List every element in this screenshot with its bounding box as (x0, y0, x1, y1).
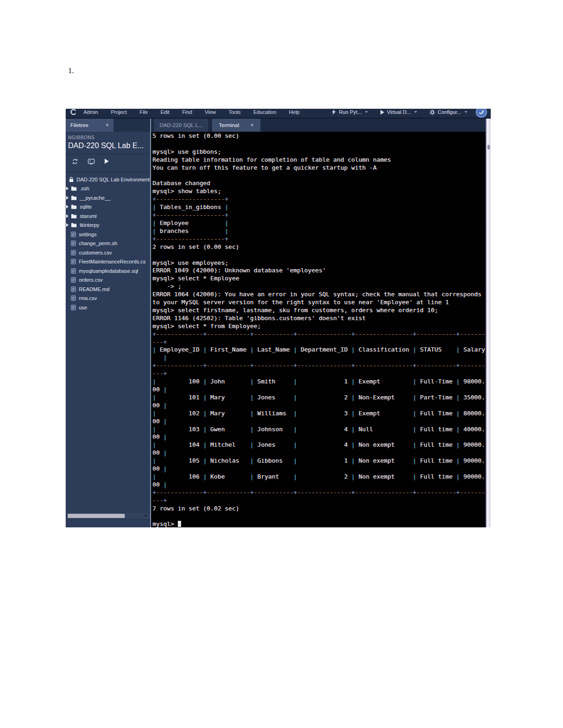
terminal-line: 00 | (152, 449, 486, 457)
terminal-line: ---+ (152, 338, 486, 346)
terminal-line: +-------------------+ (152, 211, 486, 219)
tree-file[interactable]: rma.csv (66, 294, 150, 303)
file-icon (71, 305, 76, 310)
horizontal-scrollbar[interactable] (66, 512, 150, 520)
ide-screenshot: AdminProjectFileEditFindViewToolsEducati… (66, 109, 491, 527)
virtual-desktop-button-label: Virtual D... (387, 109, 411, 115)
menu-item-file[interactable]: File (139, 109, 148, 115)
codio-logo-icon[interactable] (69, 109, 77, 116)
filetree-tab[interactable]: Filetree × (66, 119, 114, 132)
tree-file[interactable]: orders.csv (66, 276, 150, 285)
tree-label: mysqlsampledatabase.sql (79, 268, 138, 274)
avatar-button[interactable] (476, 109, 487, 118)
virtual-desktop-button[interactable]: Virtual D... (380, 109, 417, 115)
preview-icon[interactable] (88, 158, 95, 165)
terminal-line: | 105 | Nicholas | Gibbons | 1 | Non exe… (152, 457, 486, 465)
editor-tab[interactable]: DAD-220 SQL L... (154, 119, 208, 132)
chevron-right-icon[interactable] (66, 187, 68, 190)
tree-file[interactable]: customers.csv (66, 248, 150, 257)
menu-item-find[interactable]: Find (182, 109, 192, 115)
tree-folder[interactable]: .ssh (66, 184, 150, 194)
terminal-line: 7 rows in set (0.02 sec) (152, 505, 486, 513)
tree-root-label: DAD-220 SQL Lab Environment (76, 177, 150, 182)
folder-icon (71, 195, 77, 201)
tree-label: customers.csv (79, 250, 112, 255)
tree-file[interactable]: settings (66, 230, 150, 239)
tree-file[interactable]: change_perm.sh (66, 239, 150, 248)
file-icon (71, 268, 76, 274)
terminal-line: +-------------------+ (152, 195, 486, 203)
terminal-line: ERROR 1146 (42S02): Table 'gibbons.custo… (152, 315, 486, 323)
terminal-line: +-------------+------------+-----------+… (152, 489, 486, 497)
tree-folder[interactable]: sqlite (66, 203, 150, 212)
lightning-icon (331, 109, 336, 115)
chevron-right-icon[interactable] (66, 223, 68, 227)
sidebar-tabstrip: Filetree × (66, 119, 150, 132)
menu-item-education[interactable]: Education (253, 109, 276, 115)
terminal-line: mysql> (152, 520, 486, 527)
terminal-line: | 103 | Gwen | Johnson | 4 | Null | Full… (152, 426, 486, 434)
terminal-line: | Employee_ID | First_Name | Last_Name |… (152, 346, 486, 354)
tree-file[interactable]: mysqlsampledatabase.sql (66, 266, 150, 276)
tree-label: orders.csv (79, 277, 103, 283)
terminal-line: mysql> use gibbons; (152, 148, 486, 156)
folder-icon (71, 186, 77, 191)
terminal-line: Database changed (152, 180, 486, 188)
terminal-line: 00 | (152, 481, 486, 489)
configure-button[interactable]: Configur... (429, 109, 467, 115)
scrollbar-thumb[interactable] (68, 514, 125, 518)
menu-item-help[interactable]: Help (289, 109, 300, 115)
terminal-line: | 104 | Mitchel | Jones | 4 | Non exempt… (152, 441, 486, 449)
terminal-line: 2 rows in set (0.00 sec) (152, 243, 486, 251)
file-icon (71, 286, 76, 292)
menu-item-admin[interactable]: Admin (84, 109, 98, 115)
file-tree: DAD-220 SQL Lab Environment .ssh__pycach… (66, 173, 150, 312)
tree-file[interactable]: README.md (66, 285, 150, 294)
run-project-icon[interactable] (104, 158, 109, 164)
tree-folder[interactable]: tkinterpy (66, 221, 150, 230)
menubar-items: AdminProjectFileEditFindViewToolsEducati… (84, 109, 299, 115)
sidebar-header: NGIBBONS DAD-220 SQL Lab E... (66, 132, 150, 150)
sidebar-username: NGIBBONS (68, 135, 150, 140)
lock-icon (69, 177, 74, 182)
menu-item-view[interactable]: View (205, 109, 216, 115)
project-title: DAD-220 SQL Lab E... (68, 142, 150, 150)
terminal-line: You can turn off this feature to get a q… (152, 164, 486, 172)
vertical-scrollbar[interactable] (486, 119, 491, 527)
terminal-line: | 100 | John | Smith | 1 | Exempt | Full… (152, 378, 486, 386)
tree-file[interactable]: use (66, 303, 150, 312)
terminal-line: ERROR 1049 (42000): Unknown database 'em… (152, 267, 486, 275)
terminal-line: +-------------+------------+-----------+… (152, 362, 486, 370)
file-icon (71, 295, 76, 301)
tree-file[interactable]: FleetMaintenanceRecords.cs (66, 257, 150, 267)
terminal-tab[interactable]: Terminal × (212, 119, 260, 132)
chevron-down-icon (365, 111, 368, 113)
tree-label: tkinterpy (80, 222, 99, 228)
tree-root[interactable]: DAD-220 SQL Lab Environment (66, 175, 150, 184)
menubar: AdminProjectFileEditFindViewToolsEducati… (66, 109, 491, 119)
close-icon[interactable]: × (106, 122, 109, 128)
terminal-line (152, 513, 486, 521)
menu-item-edit[interactable]: Edit (160, 109, 169, 115)
refresh-icon[interactable] (72, 158, 78, 165)
chevron-right-icon[interactable] (66, 205, 68, 209)
terminal-line: | Employee | (152, 219, 486, 227)
chevron-right-icon[interactable] (66, 214, 68, 218)
chevron-right-icon[interactable] (66, 196, 68, 200)
scrollbar-thumb[interactable] (487, 145, 490, 150)
tree-label: .ssh (80, 186, 89, 191)
tree-label: __pycache__ (80, 195, 110, 201)
sidebar: Filetree × NGIBBONS DAD-220 SQL Lab E... (66, 119, 151, 527)
tree-folder[interactable]: __pycache__ (66, 193, 150, 203)
scrollbar-arrow-right-icon[interactable] (145, 514, 147, 517)
close-icon[interactable]: × (251, 122, 254, 128)
terminal-line: mysql> select * from Employee; (152, 323, 486, 330)
terminal-body[interactable]: 5 rows in set (0.00 sec) mysql> use gibb… (151, 132, 486, 527)
run-button[interactable]: Run Pyt... (331, 109, 367, 115)
file-icon (71, 250, 76, 255)
menu-item-tools[interactable]: Tools (228, 109, 241, 115)
menu-item-project[interactable]: Project (111, 109, 127, 115)
folder-icon (71, 213, 77, 219)
tree-folder[interactable]: staruml (66, 211, 150, 221)
file-icon (71, 277, 76, 283)
